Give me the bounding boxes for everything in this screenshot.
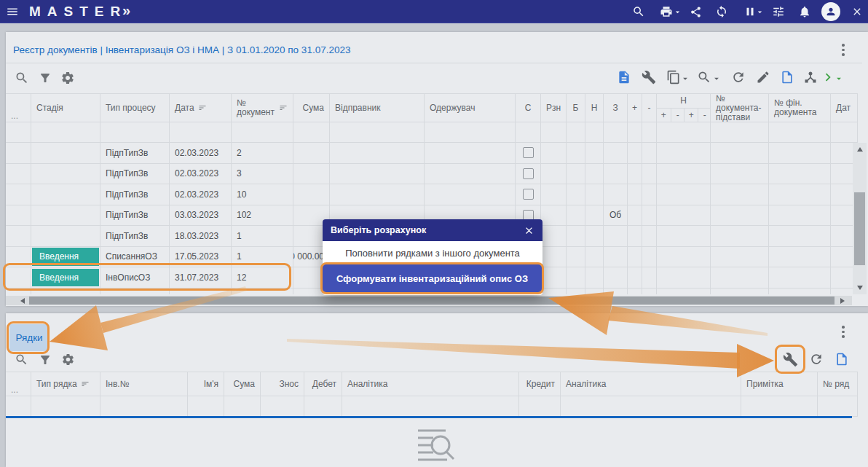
column-header[interactable]: Кредит (519, 372, 561, 396)
table-cell[interactable] (657, 143, 711, 164)
table-cell[interactable] (711, 143, 769, 164)
table-cell[interactable] (293, 143, 330, 164)
filter-cell[interactable] (585, 122, 604, 143)
sync-icon[interactable] (715, 5, 728, 18)
print-caret-icon[interactable] (673, 7, 682, 17)
share-icon[interactable] (690, 6, 702, 18)
table-cell[interactable] (6, 143, 31, 164)
table-cell[interactable] (642, 247, 657, 268)
table-cell[interactable] (642, 205, 657, 227)
table-cell[interactable] (516, 184, 541, 205)
registry-menu-dots-icon[interactable] (842, 44, 845, 56)
table-cell[interactable] (567, 143, 585, 164)
column-group-header[interactable]: Н+-+- (657, 93, 711, 122)
column-header[interactable]: Рзн (541, 93, 567, 122)
table-cell[interactable] (657, 267, 711, 289)
column-header[interactable]: ... (6, 372, 31, 396)
table-cell[interactable] (769, 226, 831, 247)
go-forward-caret-icon[interactable] (834, 74, 844, 84)
modal-option-generate-inventory[interactable]: Сформувати інвентаризаційний опис ОЗ (320, 262, 544, 294)
table-cell[interactable]: 03.03.2023 (170, 205, 232, 227)
table-cell[interactable]: ПідпТипЗв (100, 205, 170, 227)
bell-icon[interactable] (798, 5, 811, 18)
table-cell[interactable] (642, 267, 657, 289)
column-header[interactable]: № ряд (818, 372, 858, 396)
table-cell[interactable]: 17.05.2023 (170, 247, 232, 268)
table-cell[interactable] (769, 247, 831, 268)
modal-close-icon[interactable] (524, 225, 534, 236)
table-cell[interactable] (711, 184, 769, 205)
table-cell[interactable] (541, 247, 567, 268)
print-icon[interactable] (660, 5, 673, 18)
table-cell[interactable] (567, 267, 585, 289)
table-cell[interactable] (585, 247, 604, 268)
table-cell[interactable]: 31.07.2023 (170, 267, 232, 289)
registry-filter-icon[interactable] (39, 71, 52, 85)
table-cell[interactable] (31, 184, 100, 205)
tune-icon[interactable] (772, 5, 785, 18)
table-cell[interactable] (541, 226, 567, 247)
filter-cell[interactable] (293, 122, 330, 143)
column-header[interactable]: Аналітика (342, 372, 519, 396)
filter-cell[interactable] (628, 122, 642, 143)
registry-refresh-icon[interactable] (731, 70, 746, 85)
table-cell[interactable] (6, 164, 31, 185)
group-sub-header[interactable]: - (671, 108, 685, 122)
filter-cell[interactable] (657, 122, 711, 143)
filter-cell[interactable] (261, 396, 304, 417)
filter-cell[interactable] (818, 396, 858, 417)
column-header[interactable]: Аналітика (561, 372, 741, 396)
table-cell[interactable]: 1 (232, 247, 293, 268)
table-cell[interactable] (628, 143, 642, 164)
table-cell[interactable] (657, 247, 711, 268)
column-header[interactable]: Сума (224, 372, 261, 396)
filter-cell[interactable] (232, 122, 293, 143)
table-cell[interactable] (585, 143, 604, 164)
table-cell[interactable] (657, 184, 711, 205)
table-cell[interactable] (711, 205, 769, 227)
table-cell[interactable] (642, 143, 657, 164)
vertical-scrollbar-thumb[interactable] (854, 192, 865, 265)
table-cell[interactable]: Об (604, 205, 628, 227)
table-cell[interactable] (642, 164, 657, 185)
table-cell[interactable]: СписанняОЗ (100, 247, 170, 268)
table-cell[interactable] (711, 226, 769, 247)
rows-settings-icon[interactable] (61, 353, 75, 366)
table-cell[interactable] (6, 267, 31, 289)
table-cell[interactable] (604, 267, 628, 289)
filter-cell[interactable] (6, 122, 31, 143)
table-cell[interactable] (711, 164, 769, 185)
column-header[interactable]: Стадія (31, 93, 100, 122)
row-checkbox[interactable] (523, 168, 534, 179)
column-header[interactable]: Сума (293, 93, 330, 122)
filter-cell[interactable] (567, 122, 585, 143)
group-sub-header[interactable]: + (684, 108, 698, 122)
table-cell[interactable] (769, 143, 831, 164)
table-cell[interactable]: 02.03.2023 (170, 164, 232, 185)
scroll-up-icon[interactable] (857, 147, 863, 152)
table-cell[interactable] (628, 164, 642, 185)
table-cell[interactable]: ІнвОписОЗ (100, 267, 170, 289)
table-cell[interactable] (585, 267, 604, 289)
table-cell[interactable]: 102 (232, 205, 293, 227)
filter-cell[interactable] (330, 122, 425, 143)
column-header[interactable]: № фін. документа (769, 93, 831, 122)
table-cell[interactable] (330, 184, 425, 205)
copy-caret-icon[interactable] (680, 74, 690, 84)
table-cell[interactable] (628, 226, 642, 247)
table-cell[interactable] (769, 205, 831, 227)
table-cell[interactable] (628, 267, 642, 289)
table-cell[interactable] (425, 184, 516, 205)
table-cell[interactable] (769, 267, 831, 289)
filter-cell[interactable] (425, 122, 516, 143)
tools-wrench-icon[interactable] (642, 70, 656, 85)
table-cell[interactable] (769, 164, 831, 185)
filter-cell[interactable] (304, 396, 342, 417)
table-cell[interactable] (657, 164, 711, 185)
filter-cell[interactable] (100, 396, 188, 417)
table-cell[interactable] (585, 205, 604, 227)
filter-cell[interactable] (642, 122, 657, 143)
table-cell[interactable]: 02.03.2023 (170, 184, 232, 205)
table-cell[interactable]: ПідпТипЗв (100, 164, 170, 185)
table-cell[interactable] (567, 205, 585, 227)
